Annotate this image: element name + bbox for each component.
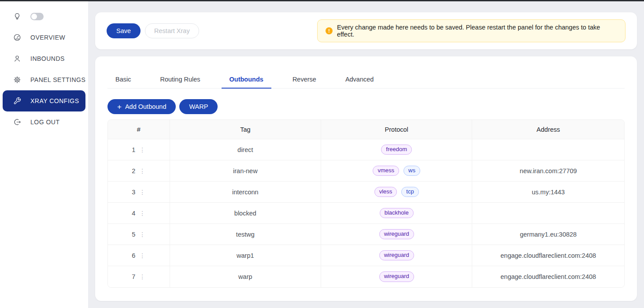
sidebar-item-panel-settings[interactable]: PANEL SETTINGS [3, 69, 85, 90]
tab-routing-rules[interactable]: Routing Rules [152, 72, 208, 88]
sidebar-item-label: LOG OUT [30, 119, 60, 126]
col-header-address: Address [472, 120, 624, 139]
warning-icon: ! [326, 27, 333, 34]
row-index: 3 [132, 189, 135, 196]
sidebar-item-log-out[interactable]: LOG OUT [3, 111, 85, 133]
add-outbound-button[interactable]: + Add Outbound [107, 99, 176, 114]
row-tag: testwg [170, 224, 321, 245]
sidebar-item-label: INBOUNDS [30, 55, 65, 62]
row-address: engage.cloudflareclient.com:2408 [472, 245, 624, 266]
protocol-badge: wireguard [379, 250, 414, 261]
protocol-badge: vmess [373, 166, 399, 176]
row-index: 4 [132, 210, 135, 217]
tab-basic[interactable]: Basic [107, 72, 139, 88]
tab-reverse[interactable]: Reverse [285, 72, 324, 88]
plus-icon: + [117, 103, 122, 111]
outbounds-table: # Tag Protocol Address 1⋮ direct freedom [107, 119, 625, 288]
row-menu-icon[interactable]: ⋮ [139, 231, 145, 237]
row-tag: iran-new [170, 160, 321, 182]
table-row: 4⋮ blocked blackhole [108, 203, 624, 224]
protocol-badge: freedom [381, 145, 412, 155]
table-header-row: # Tag Protocol Address [108, 120, 624, 139]
row-index: 2 [132, 167, 135, 174]
dashboard-icon [13, 33, 21, 41]
row-tag: warp [170, 266, 321, 287]
table-row: 6⋮ warp1 wireguard engage.cloudflareclie… [108, 245, 624, 266]
row-address: us.my:1443 [472, 182, 624, 203]
sidebar-item-label: PANEL SETTINGS [30, 76, 85, 83]
col-header-tag: Tag [170, 120, 321, 139]
wrench-icon [13, 97, 21, 105]
logout-icon [13, 118, 21, 126]
tab-outbounds[interactable]: Outbounds [222, 72, 271, 88]
theme-toggle-row [3, 6, 85, 27]
col-header-protocol: Protocol [321, 120, 472, 139]
sidebar-item-label: OVERVIEW [30, 34, 65, 41]
table-row: 7⋮ warp wireguard engage.cloudflareclien… [108, 266, 624, 287]
row-menu-icon[interactable]: ⋮ [139, 274, 145, 280]
network-badge: ws [403, 166, 420, 176]
main-content: Save Restart Xray ! Every change made he… [88, 1, 644, 308]
config-tabs: Basic Routing Rules Outbounds Reverse Ad… [107, 72, 625, 89]
sidebar-item-inbounds[interactable]: INBOUNDS [3, 48, 85, 69]
row-menu-icon[interactable]: ⋮ [139, 210, 145, 216]
table-row: 2⋮ iran-new vmess ws new.iran.com:27709 [108, 160, 624, 182]
save-button[interactable]: Save [107, 23, 141, 38]
alert-text: Every change made here needs to be saved… [337, 24, 617, 38]
save-warning-alert: ! Every change made here needs to be sav… [317, 19, 625, 42]
user-icon [13, 55, 21, 63]
table-row: 1⋮ direct freedom [108, 139, 624, 160]
dark-mode-toggle[interactable] [30, 13, 44, 20]
row-address [472, 139, 624, 160]
protocol-badge: vless [374, 187, 397, 197]
sidebar-item-overview[interactable]: OVERVIEW [3, 27, 85, 48]
sidebar-item-xray-configs[interactable]: XRAY CONFIGS [3, 90, 85, 111]
row-tag: blocked [170, 203, 321, 224]
row-menu-icon[interactable]: ⋮ [139, 252, 145, 259]
row-tag: direct [170, 139, 321, 160]
row-tag: warp1 [170, 245, 321, 266]
toggle-knob [31, 14, 37, 19]
row-address: germany1.eu:30828 [472, 224, 624, 245]
add-outbound-label: Add Outbound [125, 103, 167, 110]
table-row: 3⋮ interconn vless tcp us.my:1443 [108, 182, 624, 203]
bulb-icon [13, 12, 21, 20]
row-menu-icon[interactable]: ⋮ [139, 189, 145, 195]
sidebar: OVERVIEW INBOUNDS PANEL SETTINGS XRAY CO… [0, 0, 88, 308]
row-address: new.iran.com:27709 [472, 160, 624, 182]
row-index: 1 [132, 146, 135, 153]
warp-button[interactable]: WARP [179, 99, 218, 114]
window-top-edge [0, 0, 644, 1]
outbound-actions: + Add Outbound WARP [107, 99, 625, 114]
row-index: 6 [132, 252, 135, 259]
table-row: 5⋮ testwg wireguard germany1.eu:30828 [108, 224, 624, 245]
row-address [472, 203, 624, 224]
row-menu-icon[interactable]: ⋮ [139, 168, 145, 174]
protocol-badge: wireguard [379, 271, 414, 282]
row-index: 5 [132, 231, 135, 238]
sidebar-item-label: XRAY CONFIGS [30, 97, 79, 104]
row-tag: interconn [170, 182, 321, 203]
protocol-badge: wireguard [379, 229, 414, 240]
gear-icon [13, 76, 21, 84]
xray-configs-card: Basic Routing Rules Outbounds Reverse Ad… [95, 56, 637, 301]
network-badge: tcp [401, 187, 418, 197]
row-address: engage.cloudflareclient.com:2408 [472, 266, 624, 287]
protocol-badge: blackhole [380, 208, 414, 219]
tab-advanced[interactable]: Advanced [337, 72, 382, 88]
row-index: 7 [132, 273, 135, 280]
col-header-index: # [108, 120, 170, 139]
restart-xray-button[interactable]: Restart Xray [145, 23, 199, 38]
save-toolbar-card: Save Restart Xray ! Every change made he… [95, 12, 637, 49]
row-menu-icon[interactable]: ⋮ [139, 147, 145, 153]
